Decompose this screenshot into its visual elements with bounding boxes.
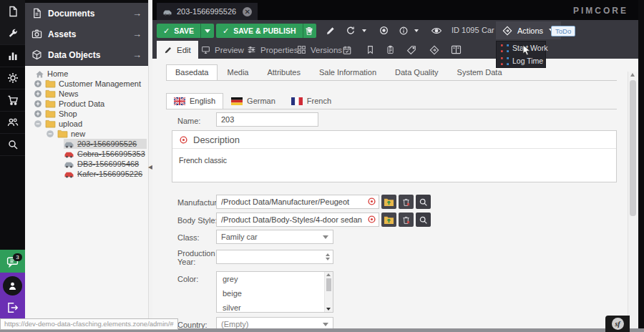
description-panel: Description French classic (172, 130, 617, 182)
expand-plus-icon[interactable] (34, 99, 42, 108)
description-editor[interactable]: French classic (172, 149, 616, 172)
tree-item-203[interactable]: 203-1566995526 (64, 139, 147, 149)
chevron-up-icon (326, 253, 330, 256)
preview-eye-button[interactable] (427, 21, 446, 39)
settings-nav-button[interactable] (0, 67, 25, 89)
color-option-grey[interactable]: grey (217, 272, 333, 286)
tab-lang-german[interactable]: German (223, 93, 283, 109)
body-style-clear-button[interactable] (399, 213, 414, 227)
app-logger-button[interactable] (446, 41, 466, 59)
tree-item-shop[interactable]: Shop (34, 109, 147, 119)
reports-button[interactable] (380, 41, 400, 59)
tags-button[interactable] (401, 41, 421, 59)
tab-lang-english[interactable]: English (166, 93, 223, 109)
color-option-beige[interactable]: beige (217, 286, 333, 301)
documents-nav-button[interactable] (0, 0, 25, 23)
notes-button[interactable] (360, 41, 380, 59)
tab-sale-information[interactable]: Sale Information (310, 64, 386, 81)
actions-dropdown-menu: Start Work Log Time (496, 41, 546, 68)
main-icon-bar: 3 C (0, 0, 25, 332)
cube-icon (31, 49, 42, 60)
wrench-icon (7, 28, 19, 39)
expand-plus-icon[interactable] (34, 109, 42, 118)
scrollbar-thumb[interactable] (326, 278, 331, 291)
workflow-diamond-icon (502, 26, 512, 36)
accordion-assets[interactable]: Assets → (25, 24, 148, 45)
save-button[interactable]: ✓ SAVE (157, 24, 200, 38)
menu-item-start-work[interactable]: Start Work (497, 42, 545, 54)
rename-button[interactable] (321, 21, 340, 39)
scroll-up-icon[interactable] (326, 273, 331, 276)
spinner-arrows[interactable] (326, 253, 330, 260)
folder-upload-icon (384, 197, 394, 207)
open-object-tab[interactable]: 203-1566995526 ✕ (157, 3, 258, 20)
object-id-label: ID 1095 (452, 26, 479, 34)
tab-attributes[interactable]: Attributes (258, 64, 309, 81)
manufacturer-input[interactable] (216, 195, 379, 209)
accordion-data-objects[interactable]: Data Objects → (25, 44, 148, 66)
scroll-down-icon[interactable] (326, 308, 331, 311)
tab-lang-french[interactable]: French (283, 93, 339, 109)
scrollbar-thumb[interactable] (630, 80, 636, 216)
collapse-minus-icon[interactable] (46, 130, 54, 138)
expand-plus-icon[interactable] (34, 79, 42, 88)
locate-in-tree-button[interactable] (374, 21, 393, 39)
info-dropdown-button[interactable] (411, 21, 422, 39)
color-option-silver[interactable]: silver (217, 301, 333, 315)
workflow-state-icon (501, 44, 509, 52)
reload-button[interactable] (341, 21, 360, 39)
car-icon (64, 170, 74, 178)
tree-item-db3[interactable]: DB3-1566995468 (64, 159, 147, 169)
body-style-search-button[interactable] (416, 213, 431, 227)
tree-item-customer-management[interactable]: Customer Management (34, 79, 147, 89)
tab-basedata[interactable]: Basedata (166, 64, 218, 81)
accordion-documents[interactable]: Documents → (25, 3, 148, 24)
tree-item-cobra[interactable]: Cobra-1566995353 (64, 149, 147, 159)
user-avatar-button[interactable] (3, 276, 22, 296)
workflow-button[interactable] (424, 41, 444, 59)
scroll-up-icon[interactable] (630, 73, 635, 77)
tree-item-kafer[interactable]: Kafer-1566995226 (64, 169, 147, 179)
expand-plus-icon[interactable] (34, 89, 42, 98)
notifications-chat-button[interactable]: 3 (0, 250, 25, 273)
manufacturer-open-folder-button[interactable] (381, 195, 396, 209)
refresh-icon (346, 26, 356, 36)
menu-item-log-time[interactable]: Log Time (497, 54, 545, 67)
search-nav-button[interactable] (0, 133, 25, 156)
save-dropdown-button[interactable] (200, 24, 214, 38)
collapse-minus-icon[interactable] (34, 119, 42, 128)
ecommerce-nav-button[interactable] (0, 89, 25, 112)
manufacturer-clear-button[interactable] (399, 195, 414, 209)
color-multiselect[interactable]: grey beige silver (216, 271, 333, 313)
tab-edit[interactable]: Edit (157, 41, 198, 59)
save-publish-button[interactable]: ✓ SAVE & PUBLISH (216, 24, 303, 38)
tools-nav-button[interactable] (0, 22, 25, 45)
body-style-open-folder-button[interactable] (381, 213, 396, 227)
tree-item-product-data[interactable]: Product Data (34, 99, 147, 109)
content-scrollbar[interactable] (628, 72, 638, 328)
users-nav-button[interactable] (0, 111, 25, 134)
schedule-button[interactable] (337, 41, 357, 59)
workflow-state-icon (501, 57, 509, 65)
tree-item-news[interactable]: News (34, 89, 147, 99)
class-select[interactable]: Family car (216, 230, 333, 244)
color-list-scrollbar[interactable] (324, 272, 333, 312)
name-input[interactable] (216, 112, 318, 127)
status-url-tooltip: https://dev-demo-data-cfasching.elements… (0, 318, 178, 330)
tree-item-upload[interactable]: upload (34, 119, 147, 129)
reports-nav-button[interactable] (0, 44, 25, 67)
tree-item-home[interactable]: Home (35, 69, 147, 79)
close-tab-icon[interactable]: ✕ (243, 7, 252, 16)
manufacturer-search-button[interactable] (416, 195, 431, 209)
users-icon (7, 117, 19, 128)
symfony-debug-button[interactable]: sf (605, 316, 630, 332)
body-style-input[interactable] (216, 213, 379, 227)
tree-item-new[interactable]: new (46, 129, 147, 139)
delete-button[interactable] (300, 21, 318, 39)
tab-media[interactable]: Media (218, 64, 258, 81)
logout-button[interactable] (6, 301, 19, 314)
tab-data-quality[interactable]: Data Quality (386, 64, 448, 81)
monitor-icon (201, 45, 210, 54)
reload-dropdown-button[interactable] (358, 21, 370, 39)
production-year-spinner[interactable] (216, 250, 333, 264)
